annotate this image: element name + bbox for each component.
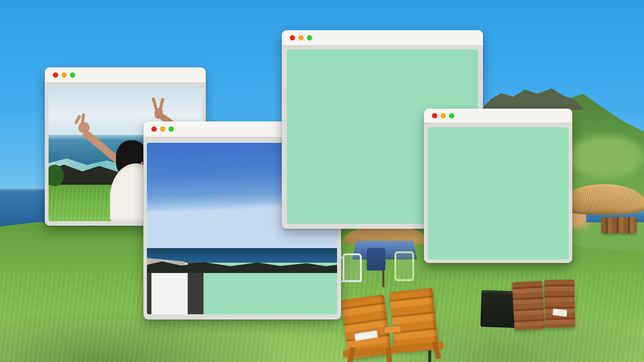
chair-back [544, 280, 575, 328]
desktop-background: Cut Copy Open with love Edit Properties … [0, 0, 644, 362]
green-wire-chair [394, 251, 414, 281]
photo2-mural-wall-purple [147, 270, 337, 302]
window-titlebar[interactable] [424, 109, 572, 123]
brown-couple-chair [480, 275, 573, 343]
zoom-button[interactable] [169, 126, 174, 132]
minimize-button[interactable] [440, 113, 446, 118]
photo-canvas-4 [428, 127, 569, 259]
photo1-hand [78, 122, 89, 133]
stacked-wooden-chairs [601, 217, 636, 233]
photo3-cloud [302, 60, 359, 75]
close-button[interactable] [290, 35, 295, 40]
orange-couple-chair [339, 287, 452, 362]
window-titlebar[interactable] [45, 67, 206, 82]
minimize-button[interactable] [160, 126, 165, 132]
chair-back [512, 281, 545, 330]
photo3-puff-sleeve [390, 121, 407, 144]
photo4-fence-post [471, 196, 476, 218]
photo4-fence-post [456, 207, 463, 241]
minimize-button[interactable] [61, 72, 67, 78]
zoom-button[interactable] [449, 113, 454, 118]
photo4-fence-post [435, 214, 443, 254]
photo-window-4 [424, 109, 572, 263]
close-button[interactable] [53, 72, 58, 78]
chair-armrest [384, 327, 401, 333]
photo4-cloud [470, 157, 498, 166]
thatched-parasol-texture [563, 187, 644, 212]
chair-back [389, 288, 438, 351]
close-button[interactable] [151, 126, 157, 132]
close-button[interactable] [432, 113, 437, 118]
zoom-button[interactable] [70, 72, 75, 78]
zoom-button[interactable] [307, 35, 312, 40]
sunlit-hill-field [569, 136, 644, 178]
photo2-sea [147, 248, 337, 263]
photo4-fence-post [481, 189, 485, 205]
photo3-puff-sleeve [360, 122, 377, 145]
photo3-cloud [392, 70, 465, 84]
minimize-button[interactable] [298, 35, 304, 40]
white-wire-chair [343, 253, 362, 282]
window-titlebar[interactable] [282, 30, 483, 45]
blue-chair [367, 248, 385, 270]
photo4-cloud [444, 147, 481, 157]
